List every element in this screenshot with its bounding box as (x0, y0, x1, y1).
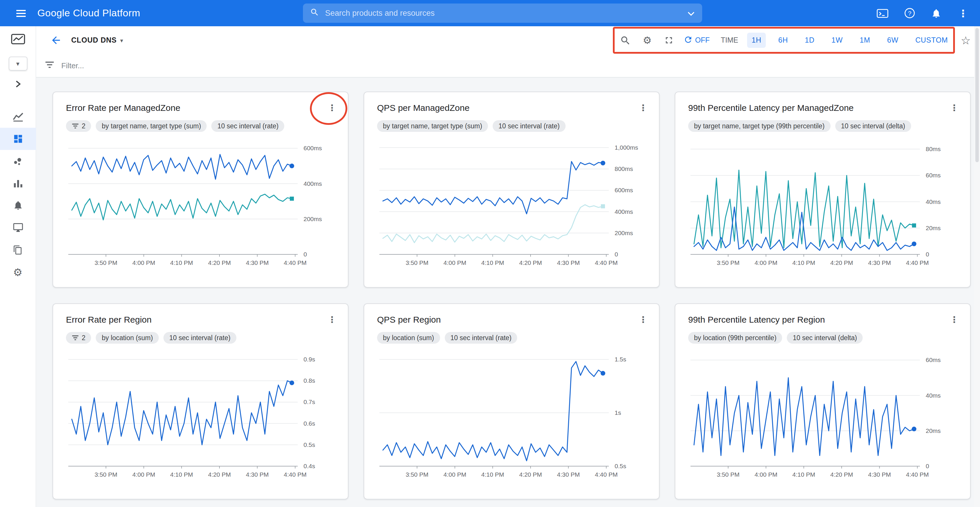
chevron-down-icon[interactable] (687, 8, 695, 18)
svg-text:4:00 PM: 4:00 PM (132, 259, 155, 266)
time-range-1w[interactable]: 1W (827, 33, 848, 48)
svg-text:0.9s: 0.9s (304, 356, 315, 362)
line-chart[interactable]: 60ms40ms20ms03:50 PM4:00 PM4:10 PM4:20 P… (688, 347, 957, 486)
kebab-icon: ⋮ (950, 315, 959, 325)
svg-text:200ms: 200ms (304, 216, 322, 222)
interval-chip[interactable]: 10 sec interval (delta) (835, 120, 911, 132)
funnel-icon (72, 334, 79, 341)
line-chart[interactable]: 1.5s1s0.5s3:50 PM4:00 PM4:10 PM4:20 PM4:… (377, 347, 646, 486)
svg-text:4:00 PM: 4:00 PM (132, 471, 155, 478)
card-menu-button[interactable]: ⋮ (325, 312, 340, 327)
interval-chip[interactable]: 10 sec interval (rate) (212, 120, 285, 132)
interval-chip[interactable]: 10 sec interval (rate) (493, 120, 566, 132)
groups-copy-icon[interactable] (0, 238, 36, 261)
line-chart[interactable]: 0.9s0.8s0.7s0.6s0.5s0.4s3:50 PM4:00 PM4:… (66, 347, 335, 486)
more-icon[interactable]: ⋮ (956, 6, 970, 21)
funnel-icon (72, 122, 79, 130)
aggregation-chip[interactable]: by location (sum) (377, 332, 440, 343)
fullscreen-icon[interactable] (662, 33, 676, 47)
svg-text:4:40 PM: 4:40 PM (284, 259, 306, 266)
svg-text:80ms: 80ms (926, 146, 940, 152)
svg-text:40ms: 40ms (926, 199, 940, 205)
filter-count-chip[interactable]: 2 (66, 120, 91, 132)
aggregation-chip[interactable]: by location (99th percentile) (688, 332, 783, 343)
svg-text:20ms: 20ms (926, 428, 940, 434)
settings-gear-icon[interactable]: ⚙ (0, 261, 36, 283)
time-range-custom[interactable]: CUSTOM (910, 33, 953, 48)
aggregation-chip[interactable]: by target name, target type (sum) (377, 120, 488, 132)
notifications-icon[interactable] (929, 6, 944, 21)
card-menu-button[interactable]: ⋮ (947, 100, 962, 116)
svg-text:4:40 PM: 4:40 PM (906, 259, 929, 266)
card-menu-button[interactable]: ⋮ (325, 100, 340, 116)
chip-row: by location (99th percentile) 10 sec int… (688, 332, 957, 343)
card-menu-button[interactable]: ⋮ (636, 100, 651, 116)
filter-input[interactable]: Filter... (61, 61, 84, 70)
line-chart[interactable]: 600ms400ms200ms03:50 PM4:00 PM4:10 PM4:2… (66, 135, 335, 274)
svg-text:4:10 PM: 4:10 PM (792, 259, 815, 266)
filter-count-chip[interactable]: 2 (66, 332, 91, 343)
aggregation-chip[interactable]: by location (sum) (96, 332, 159, 343)
monitoring-logo-icon[interactable] (0, 26, 36, 53)
cloud-shell-icon[interactable] (875, 6, 890, 21)
auto-refresh-label: OFF (695, 36, 710, 45)
svg-text:0.5s: 0.5s (304, 441, 315, 448)
app-bar-actions: ? ⋮ (875, 6, 970, 21)
svg-text:4:40 PM: 4:40 PM (906, 471, 929, 478)
time-range-1h[interactable]: 1H (747, 33, 766, 48)
interval-chip[interactable]: 10 sec interval (rate) (164, 332, 236, 343)
interval-chip[interactable]: 10 sec interval (delta) (787, 332, 863, 343)
time-range-1d[interactable]: 1D (800, 33, 819, 48)
search-input[interactable]: Search products and resources (325, 9, 681, 17)
services-icon[interactable] (0, 150, 36, 172)
scrollbar[interactable] (974, 26, 980, 507)
uptime-checks-icon[interactable] (0, 216, 36, 238)
star-icon[interactable]: ☆ (961, 35, 970, 46)
card-menu-button[interactable]: ⋮ (636, 312, 651, 327)
svg-text:0.7s: 0.7s (304, 399, 315, 405)
metrics-explorer-icon[interactable] (0, 106, 36, 128)
interval-chip[interactable]: 10 sec interval (rate) (444, 332, 517, 343)
svg-text:200ms: 200ms (615, 230, 633, 236)
kebab-icon: ⋮ (328, 315, 336, 325)
caret-down-icon: ▾ (16, 60, 19, 67)
filter-bar[interactable]: Filter... (36, 54, 980, 78)
workspace-dropdown-button[interactable]: ▾ (8, 57, 27, 71)
product-logo[interactable]: Google Cloud Platform (37, 7, 140, 19)
chart-card-error-rate-region: Error Rate per Region ⋮ 2 by location (s… (52, 304, 348, 499)
svg-text:4:40 PM: 4:40 PM (284, 471, 306, 478)
auto-refresh-toggle[interactable]: OFF (684, 35, 710, 46)
svg-text:0: 0 (304, 251, 307, 257)
aggregation-chip[interactable]: by target name, target type (99th percen… (688, 120, 830, 132)
svg-text:4:20 PM: 4:20 PM (208, 471, 231, 478)
bar-chart-icon[interactable] (0, 172, 36, 194)
svg-text:600ms: 600ms (615, 187, 633, 194)
filter-list-icon (45, 60, 54, 71)
time-range-1m[interactable]: 1M (855, 33, 875, 48)
help-icon[interactable]: ? (902, 6, 917, 21)
dashboard-selector[interactable]: CLOUD DNS ▾ (71, 36, 123, 45)
kebab-icon: ⋮ (639, 315, 648, 325)
aggregation-chip[interactable]: by target name, target type (sum) (96, 120, 207, 132)
back-arrow-icon[interactable] (48, 32, 64, 48)
line-chart[interactable]: 1,000ms800ms600ms400ms200ms03:50 PM4:00 … (377, 135, 646, 274)
card-menu-button[interactable]: ⋮ (947, 312, 962, 327)
time-range-6w[interactable]: 6W (883, 33, 903, 48)
alerting-bell-icon[interactable] (0, 194, 36, 216)
search-bar[interactable]: Search products and resources (303, 3, 702, 23)
scrollbar-thumb[interactable] (975, 28, 979, 162)
chart-title: Error Rate per ManagedZone (66, 103, 335, 113)
settings-gear-icon[interactable]: ⚙ (640, 33, 654, 47)
dashboards-icon[interactable] (0, 128, 36, 150)
refresh-icon (684, 35, 693, 46)
time-range-6h[interactable]: 6H (774, 33, 793, 48)
chart-zoom-icon[interactable] (619, 33, 633, 47)
svg-text:0.4s: 0.4s (304, 462, 315, 469)
line-chart[interactable]: 80ms60ms40ms20ms03:50 PM4:00 PM4:10 PM4:… (688, 135, 957, 274)
expand-rail-icon[interactable] (0, 73, 36, 95)
menu-icon[interactable] (10, 2, 33, 25)
chart-card-qps-managedzone: QPS per ManagedZone ⋮ by target name, ta… (364, 92, 660, 288)
svg-text:20ms: 20ms (926, 225, 940, 231)
svg-text:0.5s: 0.5s (615, 462, 626, 469)
svg-text:60ms: 60ms (926, 172, 940, 178)
